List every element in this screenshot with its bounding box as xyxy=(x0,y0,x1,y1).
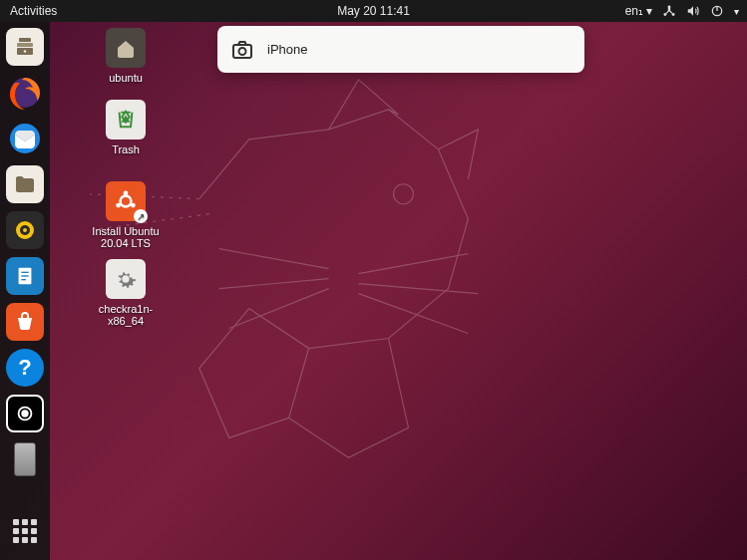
desktop-icon-label: Trash xyxy=(112,143,140,155)
dock-item-libreoffice-writer[interactable] xyxy=(6,257,44,295)
dock-item-software[interactable] xyxy=(6,303,44,341)
chevron-down-icon: ▾ xyxy=(646,4,652,18)
svg-rect-33 xyxy=(233,45,251,58)
desktop-icon-home[interactable]: ubuntu xyxy=(82,28,170,84)
top-panel: Activities May 20 11:41 en₁ ▾ ▾ xyxy=(0,0,747,22)
notification-title: iPhone xyxy=(267,42,307,57)
desktop-icon-trash[interactable]: Trash xyxy=(82,100,170,155)
camera-icon xyxy=(229,37,255,63)
phone-icon xyxy=(14,442,36,476)
show-applications-button[interactable] xyxy=(6,512,44,550)
desktop-icon-label: ubuntu xyxy=(109,72,143,84)
trash-icon xyxy=(106,100,146,140)
folder-home-icon xyxy=(106,28,146,68)
svg-point-17 xyxy=(24,50,26,52)
dock-item-iphone[interactable] xyxy=(6,440,44,478)
svg-point-28 xyxy=(22,411,28,417)
dock-item-files[interactable] xyxy=(6,28,44,66)
svg-point-32 xyxy=(131,203,136,208)
activities-button[interactable]: Activities xyxy=(0,4,67,18)
dock-item-firefox[interactable] xyxy=(6,74,44,112)
volume-icon[interactable] xyxy=(686,4,700,18)
desktop-icon-label: Install Ubuntu 20.04 LTS xyxy=(82,225,170,249)
svg-point-30 xyxy=(124,190,129,195)
dock-item-rhythmbox[interactable] xyxy=(6,211,44,249)
svg-point-29 xyxy=(121,196,132,207)
network-icon[interactable] xyxy=(662,4,676,18)
dock-item-nautilus[interactable] xyxy=(6,165,44,203)
svg-point-10 xyxy=(663,13,666,16)
svg-point-31 xyxy=(116,203,121,208)
input-source-indicator[interactable]: en₁ ▾ xyxy=(625,4,652,18)
desktop-icon-label: checkra1n-x86_64 xyxy=(82,303,170,327)
dock: ? xyxy=(0,22,50,560)
svg-point-11 xyxy=(672,13,675,16)
ubuntu-cof-icon: ↗ xyxy=(106,181,146,221)
desktop[interactable]: ubuntu Trash ↗ Install Ubuntu 20.04 LTS … xyxy=(50,22,747,560)
input-source-label: en₁ xyxy=(625,4,643,18)
svg-point-9 xyxy=(668,5,671,8)
notification-banner[interactable]: iPhone xyxy=(217,26,584,73)
dock-item-thunderbird[interactable] xyxy=(6,120,44,157)
svg-point-22 xyxy=(23,228,27,232)
dock-item-help[interactable]: ? xyxy=(6,349,44,387)
power-icon[interactable] xyxy=(710,4,724,18)
executable-icon xyxy=(106,259,146,299)
svg-rect-15 xyxy=(17,43,33,47)
shortcut-arrow-icon: ↗ xyxy=(134,209,148,223)
chevron-down-icon[interactable]: ▾ xyxy=(734,6,739,17)
clock[interactable]: May 20 11:41 xyxy=(337,4,410,18)
system-indicators: en₁ ▾ ▾ xyxy=(625,4,747,18)
dock-item-checkra1n[interactable] xyxy=(6,395,44,432)
desktop-icon-install-ubuntu[interactable]: ↗ Install Ubuntu 20.04 LTS xyxy=(82,181,170,249)
svg-point-34 xyxy=(239,48,246,55)
svg-rect-14 xyxy=(19,38,31,42)
desktop-icon-checkra1n[interactable]: checkra1n-x86_64 xyxy=(82,259,170,327)
